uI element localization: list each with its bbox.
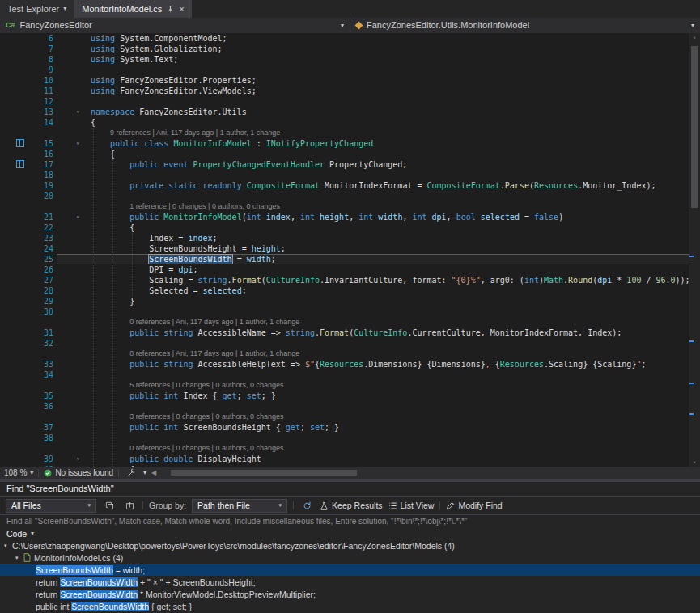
glyph-margin[interactable] — [0, 359, 29, 370]
code-text[interactable]: ScreenBoundsHeight = height; — [91, 243, 286, 254]
code-text[interactable]: using FancyZonesEditor.Properties; — [91, 75, 257, 86]
code-text[interactable]: ScreenBoundsWidth = width; — [91, 254, 276, 264]
outlining-margin[interactable] — [57, 149, 91, 159]
code-line[interactable]: 28 Selected = selected; — [0, 285, 700, 296]
code-text[interactable]: DPI = dpi; — [91, 264, 197, 275]
repeat-find-icon[interactable] — [299, 499, 314, 513]
find-result-row[interactable]: return ScreenBoundsWidth * MonitorViewMo… — [0, 588, 700, 600]
glyph-margin[interactable] — [0, 349, 29, 359]
outlining-margin[interactable] — [57, 285, 91, 296]
type-dropdown[interactable]: FancyZonesEditor.Utils.MonitorInfoModel … — [350, 18, 700, 32]
code-text[interactable]: Selected = selected; — [91, 285, 247, 296]
document-health-indicator[interactable]: No issues found — [44, 468, 113, 477]
code-line[interactable]: 11using FancyZonesEditor.ViewModels; — [0, 86, 700, 96]
chevron-down-icon[interactable]: ▾ — [4, 543, 12, 549]
tab-monitorinfomodel[interactable]: MonitorInfoModel.cs × — [74, 0, 191, 18]
glyph-margin[interactable] — [0, 243, 29, 254]
outlining-margin[interactable] — [57, 317, 91, 328]
glyph-margin[interactable] — [0, 380, 29, 391]
outlining-margin[interactable] — [57, 180, 91, 191]
glyph-margin[interactable] — [0, 370, 29, 380]
find-result-row[interactable]: public int ScreenBoundsWidth { get; set;… — [0, 600, 700, 612]
code-text[interactable]: public event PropertyChangedEventHandler… — [91, 159, 407, 170]
close-icon[interactable]: × — [179, 5, 184, 14]
code-line[interactable]: 29 } — [0, 296, 700, 306]
outlining-margin[interactable] — [57, 349, 91, 359]
code-text[interactable]: using System.Globalization; — [91, 44, 223, 54]
code-line[interactable]: 14{ — [0, 117, 700, 128]
codelens-text[interactable]: 0 references | Ani, 117 days ago | 1 aut… — [91, 317, 299, 328]
code-line[interactable]: 30 — [0, 306, 700, 317]
code-line[interactable]: 32 — [0, 338, 700, 349]
outlining-margin[interactable] — [57, 306, 91, 317]
glyph-margin[interactable] — [0, 86, 29, 96]
glyph-margin[interactable] — [0, 44, 29, 54]
outlining-margin[interactable] — [57, 401, 91, 412]
outlining-margin[interactable] — [57, 264, 91, 275]
codelens-row[interactable]: 1 reference | 0 changes | 0 authors, 0 c… — [0, 201, 700, 212]
code-line[interactable]: 36 — [0, 401, 700, 412]
glyph-margin[interactable] — [0, 264, 29, 275]
code-editor[interactable]: 6using System.ComponentModel;7using Syst… — [0, 33, 700, 467]
code-line[interactable]: 26 DPI = dpi; — [0, 264, 700, 275]
find-result-row[interactable]: ScreenBoundsWidth = width; — [0, 564, 700, 576]
find-result-file-row[interactable]: ▾MonitorInfoModel.cs (4) — [0, 552, 700, 564]
glyph-margin[interactable] — [0, 96, 29, 107]
outlining-margin[interactable] — [57, 233, 91, 243]
codelens-row[interactable]: 9 references | Ani, 117 days ago | 1 aut… — [0, 128, 700, 138]
code-line[interactable]: 27 Scaling = string.Format(CultureInfo.I… — [0, 275, 700, 285]
outlining-margin[interactable] — [57, 412, 91, 422]
outlining-margin[interactable]: ▾ — [57, 212, 91, 222]
glyph-margin[interactable] — [0, 328, 29, 338]
code-text[interactable]: namespace FancyZonesEditor.Utils — [91, 107, 247, 117]
codelens-text[interactable]: 1 reference | 0 changes | 0 authors, 0 c… — [91, 201, 280, 212]
glyph-margin[interactable] — [0, 254, 29, 264]
glyph-margin[interactable] — [0, 285, 29, 296]
code-line[interactable]: 8using System.Text; — [0, 54, 700, 65]
fold-collapse-icon[interactable]: ▾ — [76, 107, 80, 117]
glyph-margin[interactable] — [0, 191, 29, 201]
glyph-margin[interactable] — [0, 401, 29, 412]
find-result-path-row[interactable]: ▾C:\Users\zhaopengwang\Desktop\powertoys… — [0, 539, 700, 552]
outlining-margin[interactable] — [57, 254, 91, 264]
fold-collapse-icon[interactable]: ▾ — [76, 212, 80, 222]
glyph-margin[interactable] — [0, 422, 29, 433]
code-line[interactable]: 21▾ public MonitorInfoModel(int index, i… — [0, 212, 700, 222]
results-group-header[interactable]: Code ▾ — [0, 527, 700, 539]
code-text[interactable]: using System.Text; — [91, 54, 178, 65]
code-text[interactable]: public string AccessibleName => string.F… — [91, 328, 622, 338]
group-by-dropdown[interactable]: Path then File ▾ — [192, 499, 287, 513]
chevron-down-icon[interactable]: ▾ — [341, 22, 344, 29]
code-text[interactable]: public int Index { get; set; } — [91, 391, 276, 401]
outlining-margin[interactable] — [57, 170, 91, 180]
outlining-margin[interactable] — [57, 296, 91, 306]
vertical-scrollbar[interactable]: ▴ ▾ — [689, 33, 700, 467]
outlining-margin[interactable] — [57, 86, 91, 96]
code-text[interactable]: public MonitorInfoModel(int index, int h… — [91, 212, 563, 222]
outlining-margin[interactable]: ▾ — [57, 138, 91, 149]
glyph-margin[interactable] — [0, 201, 29, 212]
glyph-margin[interactable] — [0, 54, 29, 65]
scroll-down-icon[interactable]: ▾ — [689, 459, 700, 467]
glyph-margin[interactable] — [0, 107, 29, 117]
export-results-icon[interactable] — [122, 499, 137, 513]
outlining-margin[interactable] — [57, 370, 91, 380]
outlining-margin[interactable] — [57, 44, 91, 54]
glyph-margin[interactable] — [0, 412, 29, 422]
outlining-margin[interactable] — [57, 128, 91, 138]
code-line[interactable]: 34 — [0, 370, 700, 380]
code-line[interactable]: 33 public string AccessibleHelpText => $… — [0, 359, 700, 370]
outlining-margin[interactable] — [57, 464, 91, 467]
outlining-margin[interactable] — [57, 33, 91, 44]
code-line[interactable]: 16 { — [0, 149, 700, 159]
code-line[interactable]: 22 { — [0, 222, 700, 233]
horizontal-scrollbar[interactable] — [164, 469, 685, 476]
find-result-row[interactable]: return ScreenBoundsWidth + " × " + Scree… — [0, 576, 700, 588]
fold-collapse-icon[interactable]: ▾ — [76, 454, 80, 464]
glyph-margin[interactable] — [0, 275, 29, 285]
code-line[interactable]: 12 — [0, 96, 700, 107]
glyph-margin[interactable] — [0, 117, 29, 128]
outlining-margin[interactable] — [57, 201, 91, 212]
glyph-margin[interactable] — [0, 222, 29, 233]
glyph-margin[interactable] — [0, 75, 29, 86]
